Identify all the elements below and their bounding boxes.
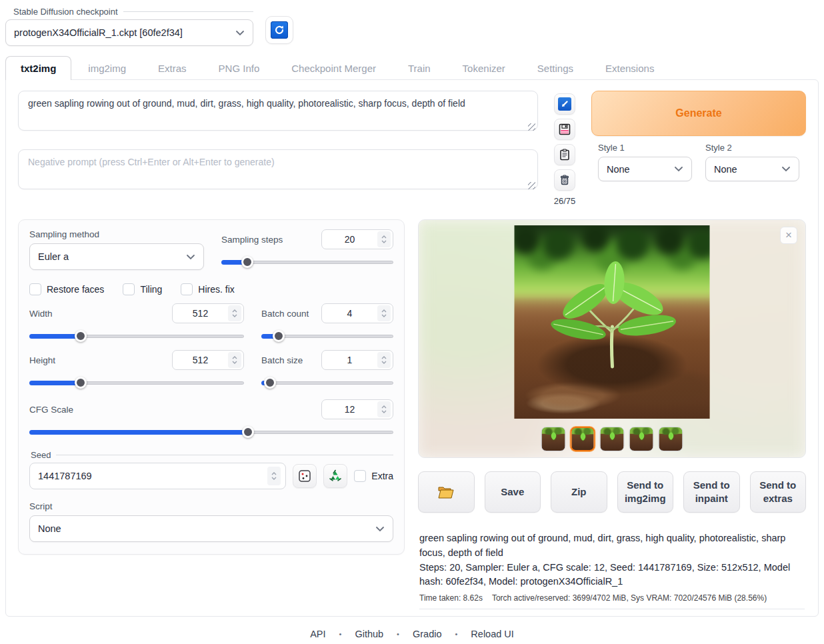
save-style-button[interactable] <box>554 119 575 140</box>
sampling-method-field: Sampling method Euler a <box>29 229 204 270</box>
stepper-arrows[interactable] <box>228 352 241 368</box>
hires-fix-checkbox[interactable]: Hires. fix <box>181 283 234 295</box>
seed-input[interactable] <box>29 463 286 489</box>
reload-ui-link[interactable]: Reload UI <box>471 629 513 639</box>
negative-prompt-wrap <box>18 149 538 192</box>
cfg-scale-slider[interactable] <box>29 426 393 438</box>
stepper-arrows[interactable] <box>377 352 391 368</box>
sampling-method-dropdown[interactable]: Euler a <box>29 243 204 270</box>
batch-count-input[interactable]: 4 <box>321 303 393 323</box>
thumbnail-1[interactable] <box>541 427 566 451</box>
thumbnail-3[interactable] <box>600 427 625 451</box>
prompt-column: green sapling rowing out of ground, mud,… <box>18 91 538 206</box>
tab-train[interactable]: Train <box>393 56 446 80</box>
stepper-arrows[interactable] <box>267 467 281 485</box>
seed-value[interactable] <box>38 471 267 481</box>
stepper-down-icon <box>232 314 237 317</box>
tab-extras[interactable]: Extras <box>143 56 202 80</box>
apply-style-button[interactable] <box>554 144 575 165</box>
generated-image[interactable] <box>515 225 710 419</box>
sampling-row: Sampling method Euler a Sampling steps 2… <box>29 229 393 270</box>
zip-button[interactable]: Zip <box>551 471 607 513</box>
restore-faces-checkbox[interactable]: Restore faces <box>29 283 104 295</box>
cfg-scale-input[interactable]: 12 <box>321 399 393 419</box>
time-taken-text: Time taken: 8.62s <box>419 593 483 603</box>
stepper-up-icon <box>381 356 387 359</box>
checkpoint-label: Stable Diffusion checkpoint <box>13 7 118 17</box>
width-input[interactable]: 512 <box>172 303 244 323</box>
sampling-steps-input[interactable]: 20 <box>321 229 393 249</box>
random-seed-button[interactable] <box>293 464 317 488</box>
send-to-img2img-button[interactable]: Send to img2img <box>617 471 674 513</box>
batch-count-value: 4 <box>322 308 377 319</box>
output-gallery: × <box>418 219 806 458</box>
stepper-arrows[interactable] <box>377 231 391 247</box>
tab-checkpoint-merger[interactable]: Checkpoint Merger <box>276 56 391 80</box>
github-link[interactable]: Github <box>355 629 383 639</box>
thumbnail-2-selected[interactable] <box>571 427 595 451</box>
style2-dropdown[interactable]: None <box>705 157 799 181</box>
send-to-extras-button[interactable]: Send to extras <box>750 471 807 513</box>
thumbnail-5[interactable] <box>659 427 683 451</box>
refresh-checkpoint-button[interactable] <box>265 16 293 44</box>
tab-img2img[interactable]: img2img <box>73 56 141 80</box>
batch-size-field: Batch size 1 <box>261 350 393 389</box>
height-input[interactable]: 512 <box>172 350 244 370</box>
prompt-input[interactable]: green sapling rowing out of ground, mud,… <box>18 91 538 131</box>
generate-button[interactable]: Generate <box>591 91 806 136</box>
tab-extensions[interactable]: Extensions <box>590 56 669 80</box>
batch-size-input[interactable]: 1 <box>321 350 393 370</box>
stepper-arrows[interactable] <box>377 401 391 417</box>
stepper-down-icon <box>271 477 277 480</box>
tab-txt2img[interactable]: txt2img <box>5 56 71 80</box>
stepper-down-icon <box>232 361 237 364</box>
style1-field: Style 1 None <box>598 143 692 181</box>
close-gallery-button[interactable]: × <box>780 227 797 244</box>
stepper-arrows[interactable] <box>228 305 241 321</box>
tab-tokenizer[interactable]: Tokenizer <box>447 56 521 80</box>
leaf-icon <box>549 432 558 441</box>
generate-column: Generate Style 1 None Style 2 None <box>591 91 806 206</box>
token-counter: 26/75 <box>554 196 576 206</box>
width-slider[interactable] <box>29 330 244 342</box>
height-label: Height <box>29 355 55 365</box>
script-dropdown[interactable]: None <box>29 515 393 542</box>
stepper-up-icon <box>232 356 237 359</box>
sampling-method-label: Sampling method <box>29 229 204 239</box>
api-link[interactable]: API <box>310 629 325 639</box>
batch-count-slider[interactable] <box>261 330 393 342</box>
height-slider[interactable] <box>29 377 244 389</box>
batch-size-slider[interactable] <box>261 377 393 389</box>
output-column: × Save <box>418 219 806 609</box>
info-params-text: Steps: 20, Sampler: Euler a, CFG scale: … <box>419 561 805 590</box>
content-row: Sampling method Euler a Sampling steps 2… <box>18 219 806 609</box>
tiling-checkbox[interactable]: Tiling <box>123 283 162 295</box>
checkpoint-dropdown[interactable]: protogenX34OfficialR_1.ckpt [60fe2f34] <box>5 19 253 46</box>
prompt-wrap: green sapling rowing out of ground, mud,… <box>18 91 538 133</box>
thumbnail-4[interactable] <box>629 427 654 451</box>
seed-field: Seed <box>29 450 393 489</box>
negative-prompt-input[interactable] <box>18 149 538 189</box>
tab-png-info[interactable]: PNG Info <box>203 56 275 80</box>
refresh-icon <box>271 21 288 39</box>
chevron-down-icon <box>674 166 683 172</box>
paste-params-button[interactable] <box>554 93 575 115</box>
gradio-link[interactable]: Gradio <box>413 629 442 639</box>
sampling-steps-slider[interactable] <box>221 256 393 268</box>
stepper-arrows[interactable] <box>377 305 391 321</box>
style1-dropdown[interactable]: None <box>598 157 692 181</box>
reuse-seed-button[interactable] <box>323 464 347 488</box>
save-button[interactable]: Save <box>485 471 541 513</box>
extra-seed-checkbox[interactable]: Extra <box>354 470 393 482</box>
chevron-down-icon <box>375 526 385 532</box>
open-folder-button[interactable] <box>418 471 475 513</box>
info-divider <box>419 609 805 609</box>
leaf-icon <box>579 432 587 441</box>
chevron-down-icon <box>235 30 245 36</box>
clear-prompt-button[interactable] <box>554 169 575 191</box>
send-to-inpaint-button[interactable]: Send to inpaint <box>683 471 740 513</box>
tab-settings[interactable]: Settings <box>522 56 589 80</box>
stepper-up-icon <box>232 309 237 313</box>
thumbnail-strip <box>541 427 683 451</box>
legend-line <box>123 11 253 12</box>
